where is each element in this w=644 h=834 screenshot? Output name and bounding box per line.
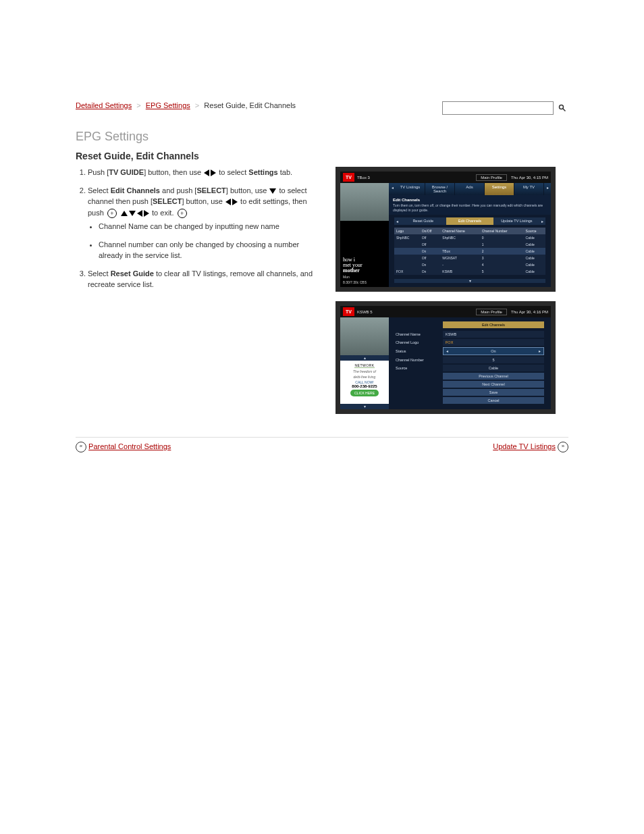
subtabs-left-arrow[interactable]: ◂	[394, 217, 400, 225]
label-channel-logo: Channel Logo	[396, 340, 443, 344]
tab-browse-search[interactable]: Browse / Search	[425, 183, 455, 195]
prev-page-icon[interactable]: «	[76, 442, 86, 452]
tvguide-logo: TV	[343, 307, 354, 316]
cancel-button[interactable]: Cancel	[443, 397, 544, 404]
breadcrumb-separator: >	[136, 101, 140, 109]
svg-point-0	[560, 105, 564, 109]
profile-selector[interactable]: Main Profile	[476, 174, 507, 181]
breadcrumb-separator: >	[195, 101, 199, 109]
breadcrumb-link-2[interactable]: EPG Settings	[146, 101, 190, 109]
section-title: EPG Settings	[76, 130, 568, 144]
label-status: Status	[396, 349, 443, 353]
field-channel-name[interactable]: KSWB	[443, 331, 544, 338]
subtabs-right-arrow[interactable]: ▸	[540, 217, 545, 225]
table-row[interactable]: ShpNBCOffShpNBC0Cable	[394, 234, 545, 241]
step-3: Select Reset Guide to clear all TV listi…	[88, 268, 322, 290]
panel-header: Edit Channels Turn them on, turn them of…	[389, 195, 551, 215]
prev-page-link[interactable]: Parental Control Settings	[88, 442, 171, 450]
col-onoff: On/Off	[420, 228, 441, 234]
datetime-label: Thu Apr 30, 4:15 PM	[511, 176, 548, 180]
click-here-button[interactable]: CLICK HERE	[350, 390, 379, 396]
instructions-column: Push [TV GUIDE] button, then use to sele…	[76, 167, 322, 423]
channel-label: KSWB 5	[357, 310, 373, 314]
scroll-down-indicator[interactable]: ▾	[394, 279, 545, 283]
subtab-edit-channels[interactable]: Edit Channels	[446, 217, 493, 225]
tabs-right-arrow[interactable]: ▸	[544, 183, 551, 195]
side-scroll-up[interactable]: ▴	[340, 355, 389, 361]
arrow-right-icon	[232, 199, 238, 205]
note-1: Channel Name can be changed by inputting…	[99, 221, 322, 232]
col-number: Channel Number	[480, 228, 524, 234]
tvguide-edit-channel-detail-screenshot: TV KSWB 5 Main Profile Thu Apr 30, 4:16 …	[336, 301, 556, 414]
search-icon	[558, 104, 566, 112]
side-scroll-down[interactable]: ▾	[340, 404, 389, 409]
table-row[interactable]: Off1Cable	[394, 241, 545, 248]
arrow-up-icon	[121, 211, 128, 216]
tab-tv-listings[interactable]: TV Listings	[396, 183, 425, 195]
table-row[interactable]: OnTBox2Cable	[394, 248, 545, 255]
arrow-right-icon	[144, 210, 149, 217]
subtab-reset-guide[interactable]: Reset Guide	[400, 217, 446, 225]
subsection-title: Reset Guide, Edit Channels	[76, 151, 568, 161]
field-source[interactable]: Cable	[443, 365, 544, 371]
selector-right-arrow: ▸	[539, 349, 541, 353]
datetime-label: Thu Apr 30, 4:16 PM	[511, 310, 548, 314]
profile-selector[interactable]: Main Profile	[476, 309, 507, 315]
search-box	[442, 101, 568, 115]
table-row[interactable]: OffWGNSAT3Cable	[394, 255, 545, 261]
network-ad[interactable]: NETWORK The freedom of debt-free living …	[340, 361, 389, 404]
footer-navigation: « Parental Control Settings Update TV Li…	[76, 437, 568, 452]
save-button[interactable]: Save	[443, 389, 544, 396]
breadcrumb-link-1[interactable]: Detailed Settings	[76, 101, 132, 109]
tabs-left-arrow[interactable]: ◂	[389, 183, 396, 195]
svg-line-1	[563, 109, 566, 111]
arrow-left-icon	[204, 170, 209, 176]
table-row[interactable]: FOXOnKSWB5Cable	[394, 268, 545, 275]
step-2: Select Edit Channels and push [SELECT] b…	[88, 185, 322, 261]
live-preview-thumbnail	[340, 183, 389, 221]
arrow-down-icon	[129, 211, 136, 216]
arrow-right-icon	[211, 170, 216, 176]
screenshots-column: TV TBox 3 Main Profile Thu Apr 30, 4:15 …	[336, 167, 556, 423]
step-1: Push [TV GUIDE] button, then use to sele…	[88, 167, 322, 178]
tab-my-tv[interactable]: My TV	[514, 183, 544, 195]
search-input[interactable]	[442, 101, 554, 115]
breadcrumb-current: Reset Guide, Edit Channels	[204, 101, 296, 109]
settings-subtabs: ◂ Reset Guide Edit Channels Update TV Li…	[389, 215, 551, 228]
field-status-selector[interactable]: ◂On▸	[443, 347, 544, 355]
arrow-left-icon	[225, 199, 231, 205]
field-channel-logo[interactable]: FOX	[443, 339, 544, 346]
tab-settings[interactable]: Settings	[485, 183, 514, 195]
search-button[interactable]	[556, 102, 568, 114]
channels-table: Logo On/Off Channel Name Channel Number …	[394, 228, 545, 275]
table-row[interactable]: On-4Cable	[394, 261, 545, 268]
plus-circle-icon: +	[178, 209, 187, 218]
col-source: Source	[524, 228, 545, 234]
note-2: Channel number can only be changed by ch…	[99, 239, 322, 261]
arrow-left-icon	[137, 210, 142, 217]
show-poster-ad[interactable]: how i met your mother Mon 8:30/7:30c CBS	[340, 221, 389, 287]
plus-circle-icon: +	[107, 209, 117, 218]
selector-left-arrow: ◂	[446, 349, 448, 353]
tab-ads[interactable]: Ads	[455, 183, 485, 195]
label-channel-number: Channel Number	[396, 358, 443, 362]
label-source: Source	[396, 366, 443, 370]
arrow-down-icon	[269, 188, 276, 194]
col-name: Channel Name	[440, 228, 479, 234]
subtab-update-listings[interactable]: Update TV Listings	[493, 217, 540, 225]
label-channel-name: Channel Name	[396, 332, 443, 336]
next-channel-button[interactable]: Next Channel	[443, 381, 544, 388]
previous-channel-button[interactable]: Previous Channel	[443, 373, 544, 380]
tvguide-edit-channels-screenshot: TV TBox 3 Main Profile Thu Apr 30, 4:15 …	[336, 167, 556, 292]
edit-channels-header-button[interactable]: Edit Channels	[443, 321, 544, 328]
tvguide-logo: TV	[343, 173, 354, 182]
next-page-link[interactable]: Update TV Listings	[493, 442, 556, 450]
channel-label: TBox 3	[357, 176, 370, 180]
live-preview-thumbnail	[340, 317, 389, 355]
next-page-icon[interactable]: »	[558, 442, 568, 452]
main-tabs: ◂ TV Listings Browse / Search Ads Settin…	[389, 183, 551, 195]
col-logo: Logo	[394, 228, 420, 234]
field-channel-number[interactable]: 5	[443, 357, 544, 363]
